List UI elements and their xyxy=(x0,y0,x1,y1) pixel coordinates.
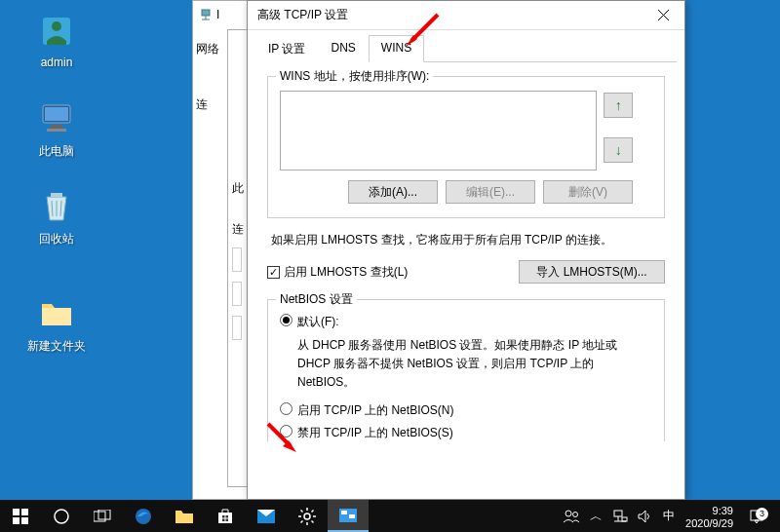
taskview-button[interactable] xyxy=(82,500,123,532)
wins-group-legend: WINS 地址，按使用排序(W): xyxy=(276,68,433,85)
clock-date: 2020/9/29 xyxy=(685,517,733,530)
desktop-icon-label: 新建文件夹 xyxy=(20,338,94,355)
folder-icon xyxy=(33,292,80,335)
tray-expand[interactable]: ︿ xyxy=(585,500,607,532)
taskview-icon xyxy=(94,510,111,523)
desktop-icon-thispc[interactable]: 此电脑 xyxy=(20,97,94,160)
import-lmhosts-button[interactable]: 导入 LMHOSTS(M)... xyxy=(519,260,665,284)
svg-point-47 xyxy=(573,512,578,516)
svg-rect-28 xyxy=(222,515,225,518)
desktop-icon-label: admin xyxy=(20,56,94,69)
arrow-down-icon: ↓ xyxy=(615,142,622,158)
desktop-icon-label: 此电脑 xyxy=(20,143,94,160)
svg-rect-20 xyxy=(21,509,28,515)
tray-volume[interactable] xyxy=(633,500,658,532)
tab-ip[interactable]: IP 设置 xyxy=(255,35,318,62)
titlebar[interactable]: 高级 TCP/IP 设置 xyxy=(248,1,684,30)
netbios-legend: NetBIOS 设置 xyxy=(276,291,357,308)
svg-marker-54 xyxy=(755,520,759,523)
svg-rect-29 xyxy=(226,515,229,518)
taskbar-app-edge[interactable] xyxy=(123,500,164,532)
volume-icon xyxy=(638,510,653,523)
tray-ime[interactable]: 中 xyxy=(658,500,680,532)
desktop-icon-recycle[interactable]: 回收站 xyxy=(20,185,94,247)
close-icon xyxy=(658,10,669,20)
svg-point-23 xyxy=(55,510,68,523)
svg-rect-19 xyxy=(13,509,20,515)
netbios-enable-label: 启用 TCP/IP 上的 NetBIOS(N) xyxy=(297,402,652,419)
svg-rect-5 xyxy=(47,129,66,132)
netbios-disable-radio[interactable] xyxy=(280,425,292,437)
svg-line-39 xyxy=(301,510,303,512)
trash-icon xyxy=(33,185,80,228)
svg-point-46 xyxy=(566,511,571,516)
advanced-tcpip-dialog: 高级 TCP/IP 设置 IP 设置 DNS WINS WINS 地址，按使用排… xyxy=(247,0,685,500)
taskbar-app-network[interactable] xyxy=(328,500,369,532)
svg-rect-3 xyxy=(45,107,68,121)
svg-rect-27 xyxy=(218,513,232,523)
taskbar-clock[interactable]: 9:39 2020/9/29 xyxy=(680,502,741,530)
move-up-button[interactable]: ↑ xyxy=(604,93,633,118)
lmhosts-info: 如果启用 LMHOSTS 查找，它将应用于所有启用 TCP/IP 的连接。 xyxy=(271,232,665,248)
cortana-button[interactable] xyxy=(41,500,82,532)
store-icon xyxy=(216,508,234,525)
svg-marker-52 xyxy=(639,511,645,522)
notification-button[interactable]: 3 xyxy=(741,509,772,524)
svg-rect-48 xyxy=(614,511,622,516)
wins-address-listbox[interactable] xyxy=(280,91,597,171)
svg-rect-10 xyxy=(202,10,210,16)
tab-wins[interactable]: WINS xyxy=(369,35,424,62)
taskbar: ︿ 中 9:39 2020/9/29 3 xyxy=(0,500,780,532)
system-tray: ︿ 中 9:39 2020/9/29 3 xyxy=(558,500,780,532)
lmhosts-checkbox[interactable]: ✓ xyxy=(267,266,280,279)
desktop-icon-newfolder[interactable]: 新建文件夹 xyxy=(20,292,94,355)
netbios-disable-label: 禁用 TCP/IP 上的 NetBIOS(S) xyxy=(297,425,652,441)
computer-icon xyxy=(33,97,80,140)
svg-rect-6 xyxy=(51,193,62,197)
svg-line-41 xyxy=(301,520,303,522)
mail-icon xyxy=(256,509,276,524)
taskbar-app-store[interactable] xyxy=(205,500,246,532)
svg-rect-45 xyxy=(349,514,355,518)
windows-icon xyxy=(13,509,28,524)
add-button[interactable]: 添加(A)... xyxy=(348,180,438,204)
desktop-icon-admin[interactable]: admin xyxy=(20,10,94,69)
tray-network[interactable] xyxy=(607,500,633,532)
svg-line-42 xyxy=(312,510,314,512)
close-button[interactable] xyxy=(642,1,684,30)
svg-line-40 xyxy=(312,520,314,522)
svg-rect-22 xyxy=(21,517,28,524)
tab-row: IP 设置 DNS WINS xyxy=(255,34,677,62)
edge-icon xyxy=(134,507,153,526)
svg-point-1 xyxy=(52,21,61,31)
user-icon xyxy=(33,10,80,53)
wins-address-group: WINS 地址，按使用排序(W): ↑ ↓ 添加(A)... 编辑(E)... … xyxy=(267,76,665,218)
people-icon xyxy=(563,510,580,523)
notification-badge: 3 xyxy=(756,508,768,520)
tab-dns[interactable]: DNS xyxy=(318,35,368,62)
svg-point-34 xyxy=(304,513,310,519)
svg-rect-51 xyxy=(622,517,627,521)
remove-button[interactable]: 删除(V) xyxy=(543,180,633,204)
svg-rect-31 xyxy=(226,518,229,521)
taskbar-app-settings[interactable] xyxy=(287,500,328,532)
svg-rect-44 xyxy=(341,511,347,514)
netbios-enable-radio[interactable] xyxy=(280,402,292,415)
desktop-icon-label: 回收站 xyxy=(20,231,94,247)
netbios-default-desc: 从 DHCP 服务器使用 NetBIOS 设置。如果使用静态 IP 地址或 DH… xyxy=(297,336,652,393)
folder-icon xyxy=(175,508,194,525)
network-settings-icon xyxy=(338,508,358,523)
arrow-up-icon: ↑ xyxy=(615,97,622,113)
edit-button[interactable]: 编辑(E)... xyxy=(446,180,535,204)
clock-time: 9:39 xyxy=(685,505,733,517)
network-icon xyxy=(199,8,213,21)
svg-rect-4 xyxy=(51,125,62,129)
tray-people[interactable] xyxy=(558,500,585,532)
move-down-button[interactable]: ↓ xyxy=(604,137,633,163)
start-button[interactable] xyxy=(0,500,41,532)
taskbar-app-explorer[interactable] xyxy=(164,500,205,532)
netbios-default-radio[interactable] xyxy=(280,314,292,326)
svg-rect-21 xyxy=(13,517,20,524)
gear-icon xyxy=(297,507,317,526)
taskbar-app-mail[interactable] xyxy=(246,500,287,532)
